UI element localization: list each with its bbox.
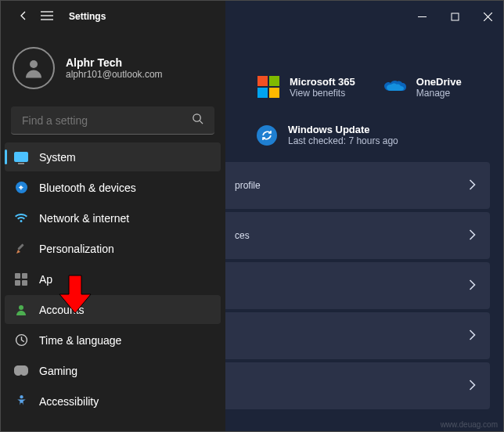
sidebar-item-apps[interactable]: Ap <box>5 265 221 293</box>
profile-email: alphr101@outlook.com <box>66 69 163 80</box>
sidebar-item-label: Gaming <box>39 365 77 377</box>
sidebar-item-label: Bluetooth & devices <box>39 182 136 194</box>
search-icon <box>192 113 203 128</box>
sidebar-item-label: Network & internet <box>39 212 129 225</box>
sidebar-item-accounts[interactable]: Accounts <box>5 295 221 324</box>
tile-title: Microsoft 365 <box>290 76 355 88</box>
tile-microsoft-365[interactable]: Microsoft 365 View benefits <box>257 75 355 99</box>
card-label: profile <box>235 180 261 191</box>
svg-rect-10 <box>17 243 23 250</box>
maximize-button[interactable] <box>438 2 471 31</box>
svg-point-13 <box>20 395 23 398</box>
tile-subtitle: View benefits <box>290 88 355 99</box>
svg-point-8 <box>193 114 200 121</box>
nav-list: System ⌖ Bluetooth & devices Network & i… <box>0 142 225 432</box>
bluetooth-icon: ⌖ <box>14 181 28 195</box>
sidebar-item-system[interactable]: System <box>5 142 221 171</box>
titlebar: Settings <box>0 0 504 33</box>
minimize-button[interactable] <box>405 2 438 31</box>
clock-icon <box>14 333 28 347</box>
chevron-right-icon <box>469 380 476 393</box>
tile-title: Windows Update <box>288 124 398 135</box>
tile-windows-update[interactable]: Windows Update Last checked: 7 hours ago <box>225 114 504 162</box>
svg-point-11 <box>19 305 23 310</box>
svg-rect-4 <box>452 13 459 20</box>
svg-point-7 <box>30 60 38 68</box>
card-label: ces <box>235 230 250 241</box>
chevron-right-icon <box>469 179 476 193</box>
profile-name: Alphr Tech <box>66 56 163 69</box>
brush-icon <box>14 242 28 256</box>
sidebar: Alphr Tech alphr101@outlook.com System ⌖… <box>0 0 225 432</box>
search-input[interactable] <box>22 114 192 127</box>
sidebar-item-label: System <box>39 151 76 164</box>
wifi-icon <box>14 211 28 225</box>
chevron-right-icon <box>469 279 476 293</box>
sidebar-item-network[interactable]: Network & internet <box>5 203 221 232</box>
onedrive-icon <box>383 75 407 99</box>
sidebar-item-gaming[interactable]: Gaming <box>5 356 221 385</box>
sidebar-item-label: Ap <box>39 273 52 286</box>
chevron-right-icon <box>469 229 476 243</box>
gaming-icon <box>14 364 28 378</box>
search-box[interactable] <box>11 106 214 135</box>
tile-onedrive[interactable]: OneDrive Manage <box>383 75 462 99</box>
back-icon[interactable] <box>17 9 30 24</box>
menu-icon[interactable] <box>41 10 53 23</box>
account-icon <box>14 303 28 317</box>
sidebar-item-bluetooth[interactable]: ⌖ Bluetooth & devices <box>5 173 221 202</box>
settings-card[interactable] <box>221 362 490 409</box>
avatar <box>13 47 55 89</box>
tile-subtitle: Manage <box>416 88 462 99</box>
profile-block[interactable]: Alphr Tech alphr101@outlook.com <box>0 41 225 102</box>
accessibility-icon <box>14 394 28 409</box>
sidebar-item-label: Accessibility <box>39 395 99 408</box>
sidebar-item-time[interactable]: Time & language <box>5 326 221 355</box>
tile-title: OneDrive <box>416 76 462 88</box>
sidebar-item-label: Personalization <box>39 243 114 255</box>
settings-card[interactable]: profile <box>221 162 490 209</box>
sidebar-item-personalization[interactable]: Personalization <box>5 234 221 263</box>
watermark: www.deuag.com <box>441 420 498 429</box>
apps-icon <box>14 272 28 286</box>
sync-icon <box>257 125 277 146</box>
sidebar-item-accessibility[interactable]: Accessibility <box>5 387 221 416</box>
sidebar-item-label: Accounts <box>39 304 85 316</box>
close-button[interactable] <box>471 2 504 31</box>
settings-card[interactable] <box>221 262 490 309</box>
main-content: Microsoft 365 View benefits OneDrive Man… <box>225 0 504 432</box>
sidebar-item-label: Time & language <box>39 334 121 347</box>
window-title: Settings <box>69 11 106 22</box>
microsoft-logo-icon <box>257 75 280 99</box>
settings-cards: profile ces <box>221 162 504 409</box>
system-icon <box>14 150 28 164</box>
chevron-right-icon <box>469 329 476 343</box>
settings-card[interactable]: ces <box>221 212 490 259</box>
settings-card[interactable] <box>221 312 490 359</box>
svg-line-9 <box>200 121 203 124</box>
tile-subtitle: Last checked: 7 hours ago <box>288 135 398 146</box>
